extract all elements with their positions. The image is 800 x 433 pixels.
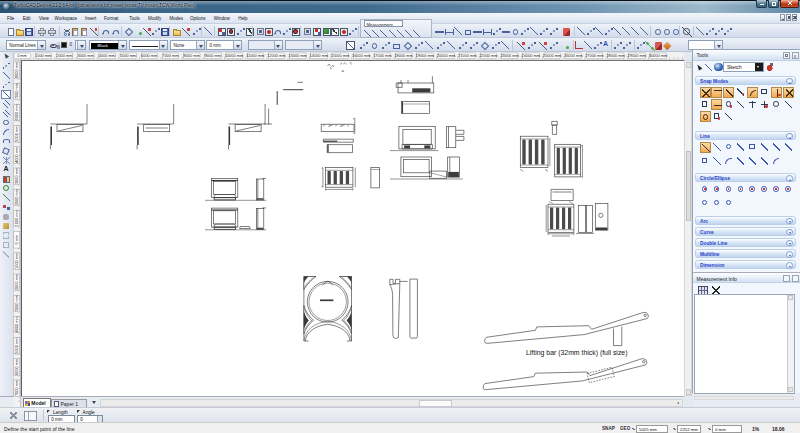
svg-text:6000 mm: 6000 mm [14,104,19,120]
svg-text:5000 mm: 5000 mm [14,337,19,353]
svg-text:9000 mm: 9000 mm [205,53,221,58]
svg-text:1000 mm: 1000 mm [14,210,19,226]
svg-text:13000 mm: 13000 mm [288,53,306,58]
svg-text:23000 mm: 23000 mm [500,53,518,58]
svg-text:2000 mm: 2000 mm [56,53,72,58]
svg-text:4000 mm: 4000 mm [14,147,19,163]
svg-text:27000 mm: 27000 mm [585,53,603,58]
svg-text:30000 mm: 30000 mm [649,53,667,58]
svg-text:2000 mm: 2000 mm [14,274,19,290]
svg-text:28000 mm: 28000 mm [606,53,624,58]
svg-text:Lifting bar (32mm thick) (full: Lifting bar (32mm thick) (full size) [526,349,627,357]
svg-text:5000 mm: 5000 mm [14,125,19,141]
svg-text:16000 mm: 16000 mm [352,53,370,58]
svg-text:3000 mm: 3000 mm [77,53,93,58]
svg-text:7000 mm: 7000 mm [14,83,19,99]
svg-text:14000 mm: 14000 mm [310,53,328,58]
svg-text:15000 mm: 15000 mm [331,53,349,58]
svg-text:0 mm: 0 mm [14,235,19,245]
svg-text:7000 mm: 7000 mm [162,53,178,58]
svg-text:11000 mm: 11000 mm [246,53,264,58]
svg-text:7000 mm: 7000 mm [14,380,19,396]
svg-text:8000 mm: 8000 mm [14,62,19,78]
svg-text:3000 mm: 3000 mm [14,168,19,184]
svg-text:25000 mm: 25000 mm [543,53,561,58]
svg-text:6000 mm: 6000 mm [14,359,19,375]
svg-text:6000 mm: 6000 mm [141,53,157,58]
svg-text:8000 mm: 8000 mm [183,53,199,58]
svg-text:18000 mm: 18000 mm [394,53,412,58]
svg-text:20000 mm: 20000 mm [437,53,455,58]
svg-text:21000 mm: 21000 mm [458,53,476,58]
svg-text:3000 mm: 3000 mm [14,295,19,311]
svg-text:24000 mm: 24000 mm [522,53,540,58]
svg-text:29000 mm: 29000 mm [628,53,646,58]
svg-text:12000 mm: 12000 mm [267,53,285,58]
svg-text:4000 mm: 4000 mm [14,316,19,332]
svg-text:4000 mm: 4000 mm [99,53,115,58]
svg-text:0 mm: 0 mm [17,53,27,58]
svg-text:19000 mm: 19000 mm [416,53,434,58]
svg-text:2000 mm: 2000 mm [14,189,19,205]
svg-text:1000 mm: 1000 mm [14,253,19,269]
svg-text:10000 mm: 10000 mm [225,53,243,58]
svg-text:5000 mm: 5000 mm [120,53,136,58]
svg-text:26000 mm: 26000 mm [564,53,582,58]
svg-text:17000 mm: 17000 mm [373,53,391,58]
svg-text:22000 mm: 22000 mm [479,53,497,58]
svg-text:1000 mm: 1000 mm [35,53,51,58]
